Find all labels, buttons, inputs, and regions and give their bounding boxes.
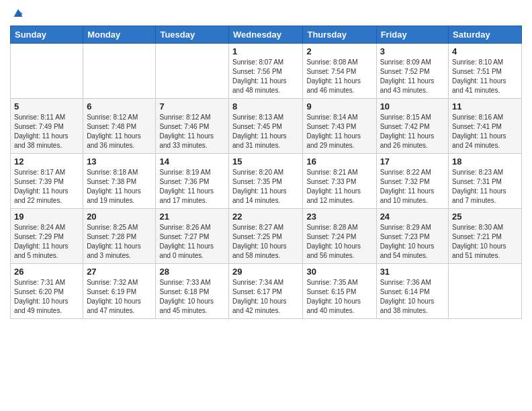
day-number: 28: [159, 267, 225, 277]
day-number: 15: [232, 156, 299, 167]
day-info: Sunrise: 8:27 AM Sunset: 7:25 PM Dayligh…: [232, 223, 299, 261]
day-info: Sunrise: 8:29 AM Sunset: 7:23 PM Dayligh…: [380, 223, 445, 261]
calendar-cell: 21Sunrise: 8:26 AM Sunset: 7:27 PM Dayli…: [156, 209, 229, 264]
day-number: 21: [159, 212, 225, 222]
day-number: 2: [306, 46, 372, 56]
day-number: 30: [306, 267, 372, 277]
day-number: 29: [232, 267, 299, 277]
calendar-cell: 25Sunrise: 8:30 AM Sunset: 7:21 PM Dayli…: [449, 209, 522, 264]
day-info: Sunrise: 7:36 AM Sunset: 6:14 PM Dayligh…: [380, 278, 445, 316]
calendar-cell: 2Sunrise: 8:08 AM Sunset: 7:54 PM Daylig…: [303, 44, 376, 99]
day-number: 4: [452, 46, 518, 56]
calendar-week-1: 1Sunrise: 8:07 AM Sunset: 7:56 PM Daylig…: [11, 44, 522, 99]
day-number: 8: [232, 101, 299, 111]
calendar-cell: [156, 44, 229, 99]
day-info: Sunrise: 7:34 AM Sunset: 6:17 PM Dayligh…: [232, 278, 299, 316]
calendar-cell: 26Sunrise: 7:31 AM Sunset: 6:20 PM Dayli…: [11, 264, 83, 319]
logo-icon: [11, 7, 25, 20]
calendar-header-tuesday: Tuesday: [156, 26, 229, 44]
day-info: Sunrise: 8:28 AM Sunset: 7:24 PM Dayligh…: [306, 223, 372, 261]
calendar-cell: 11Sunrise: 8:16 AM Sunset: 7:41 PM Dayli…: [449, 99, 522, 154]
calendar-cell: 6Sunrise: 8:12 AM Sunset: 7:48 PM Daylig…: [83, 99, 156, 154]
calendar-cell: 23Sunrise: 8:28 AM Sunset: 7:24 PM Dayli…: [303, 209, 376, 264]
day-number: 24: [380, 212, 445, 222]
calendar-cell: 15Sunrise: 8:20 AM Sunset: 7:35 PM Dayli…: [229, 154, 303, 209]
calendar-header-friday: Friday: [376, 26, 448, 44]
day-number: 23: [306, 212, 372, 222]
calendar-week-5: 26Sunrise: 7:31 AM Sunset: 6:20 PM Dayli…: [11, 264, 522, 319]
calendar-cell: 24Sunrise: 8:29 AM Sunset: 7:23 PM Dayli…: [376, 209, 448, 264]
calendar-week-4: 19Sunrise: 8:24 AM Sunset: 7:29 PM Dayli…: [11, 209, 522, 264]
day-number: 20: [87, 212, 152, 222]
calendar-cell: 10Sunrise: 8:15 AM Sunset: 7:42 PM Dayli…: [376, 99, 448, 154]
day-number: 25: [452, 212, 518, 222]
calendar-cell: 17Sunrise: 8:22 AM Sunset: 7:32 PM Dayli…: [376, 154, 448, 209]
day-number: 16: [306, 156, 372, 167]
day-info: Sunrise: 8:21 AM Sunset: 7:33 PM Dayligh…: [306, 168, 372, 205]
calendar-cell: 4Sunrise: 8:10 AM Sunset: 7:51 PM Daylig…: [449, 44, 522, 99]
calendar-cell: 27Sunrise: 7:32 AM Sunset: 6:19 PM Dayli…: [83, 264, 156, 319]
calendar-cell: 8Sunrise: 8:13 AM Sunset: 7:45 PM Daylig…: [229, 99, 303, 154]
day-info: Sunrise: 8:22 AM Sunset: 7:32 PM Dayligh…: [380, 168, 445, 205]
day-number: 13: [87, 156, 152, 167]
calendar-header-monday: Monday: [83, 26, 156, 44]
calendar-cell: 5Sunrise: 8:11 AM Sunset: 7:49 PM Daylig…: [11, 99, 83, 154]
day-number: 19: [14, 212, 79, 222]
calendar-cell: 28Sunrise: 7:33 AM Sunset: 6:18 PM Dayli…: [156, 264, 229, 319]
logo: [10, 7, 25, 20]
day-number: 5: [14, 101, 79, 111]
day-info: Sunrise: 8:19 AM Sunset: 7:36 PM Dayligh…: [159, 168, 225, 205]
day-info: Sunrise: 8:13 AM Sunset: 7:45 PM Dayligh…: [232, 113, 299, 150]
calendar-table: SundayMondayTuesdayWednesdayThursdayFrid…: [10, 26, 522, 319]
calendar-header-saturday: Saturday: [449, 26, 522, 44]
calendar-cell: 19Sunrise: 8:24 AM Sunset: 7:29 PM Dayli…: [11, 209, 83, 264]
day-number: 10: [380, 101, 445, 111]
day-info: Sunrise: 8:16 AM Sunset: 7:41 PM Dayligh…: [452, 113, 518, 150]
day-info: Sunrise: 8:25 AM Sunset: 7:28 PM Dayligh…: [87, 223, 152, 261]
day-number: 12: [14, 156, 79, 167]
day-info: Sunrise: 8:23 AM Sunset: 7:31 PM Dayligh…: [452, 168, 518, 205]
day-info: Sunrise: 8:20 AM Sunset: 7:35 PM Dayligh…: [232, 168, 299, 205]
day-number: 9: [306, 101, 372, 111]
calendar-cell: 22Sunrise: 8:27 AM Sunset: 7:25 PM Dayli…: [229, 209, 303, 264]
calendar-header-thursday: Thursday: [303, 26, 376, 44]
calendar-cell: 30Sunrise: 7:35 AM Sunset: 6:15 PM Dayli…: [303, 264, 376, 319]
day-info: Sunrise: 8:12 AM Sunset: 7:46 PM Dayligh…: [159, 113, 225, 150]
day-info: Sunrise: 7:31 AM Sunset: 6:20 PM Dayligh…: [14, 278, 79, 316]
page-container: SundayMondayTuesdayWednesdayThursdayFrid…: [0, 0, 532, 326]
day-number: 6: [87, 101, 152, 111]
calendar-cell: 3Sunrise: 8:09 AM Sunset: 7:52 PM Daylig…: [376, 44, 448, 99]
calendar-cell: 13Sunrise: 8:18 AM Sunset: 7:38 PM Dayli…: [83, 154, 156, 209]
calendar-cell: 1Sunrise: 8:07 AM Sunset: 7:56 PM Daylig…: [229, 44, 303, 99]
calendar-week-3: 12Sunrise: 8:17 AM Sunset: 7:39 PM Dayli…: [11, 154, 522, 209]
calendar-cell: [449, 264, 522, 319]
calendar-cell: 9Sunrise: 8:14 AM Sunset: 7:43 PM Daylig…: [303, 99, 376, 154]
day-info: Sunrise: 8:18 AM Sunset: 7:38 PM Dayligh…: [87, 168, 152, 205]
header: [10, 7, 522, 20]
day-info: Sunrise: 8:30 AM Sunset: 7:21 PM Dayligh…: [452, 223, 518, 261]
day-number: 3: [380, 46, 445, 56]
day-info: Sunrise: 8:10 AM Sunset: 7:51 PM Dayligh…: [452, 58, 518, 95]
day-info: Sunrise: 8:08 AM Sunset: 7:54 PM Dayligh…: [306, 58, 372, 95]
day-info: Sunrise: 7:35 AM Sunset: 6:15 PM Dayligh…: [306, 278, 372, 316]
calendar-cell: 20Sunrise: 8:25 AM Sunset: 7:28 PM Dayli…: [83, 209, 156, 264]
calendar-cell: [83, 44, 156, 99]
day-number: 1: [232, 46, 299, 56]
day-number: 31: [380, 267, 445, 277]
day-info: Sunrise: 7:32 AM Sunset: 6:19 PM Dayligh…: [87, 278, 152, 316]
day-info: Sunrise: 8:14 AM Sunset: 7:43 PM Dayligh…: [306, 113, 372, 150]
calendar-cell: 14Sunrise: 8:19 AM Sunset: 7:36 PM Dayli…: [156, 154, 229, 209]
day-info: Sunrise: 7:33 AM Sunset: 6:18 PM Dayligh…: [159, 278, 225, 316]
day-info: Sunrise: 8:15 AM Sunset: 7:42 PM Dayligh…: [380, 113, 445, 150]
day-info: Sunrise: 8:07 AM Sunset: 7:56 PM Dayligh…: [232, 58, 299, 95]
day-info: Sunrise: 8:26 AM Sunset: 7:27 PM Dayligh…: [159, 223, 225, 261]
day-info: Sunrise: 8:09 AM Sunset: 7:52 PM Dayligh…: [380, 58, 445, 95]
calendar-cell: 31Sunrise: 7:36 AM Sunset: 6:14 PM Dayli…: [376, 264, 448, 319]
calendar-header-sunday: Sunday: [11, 26, 83, 44]
calendar-cell: 18Sunrise: 8:23 AM Sunset: 7:31 PM Dayli…: [449, 154, 522, 209]
calendar-cell: [11, 44, 83, 99]
calendar-cell: 29Sunrise: 7:34 AM Sunset: 6:17 PM Dayli…: [229, 264, 303, 319]
calendar-cell: 12Sunrise: 8:17 AM Sunset: 7:39 PM Dayli…: [11, 154, 83, 209]
day-number: 17: [380, 156, 445, 167]
day-info: Sunrise: 8:11 AM Sunset: 7:49 PM Dayligh…: [14, 113, 79, 150]
